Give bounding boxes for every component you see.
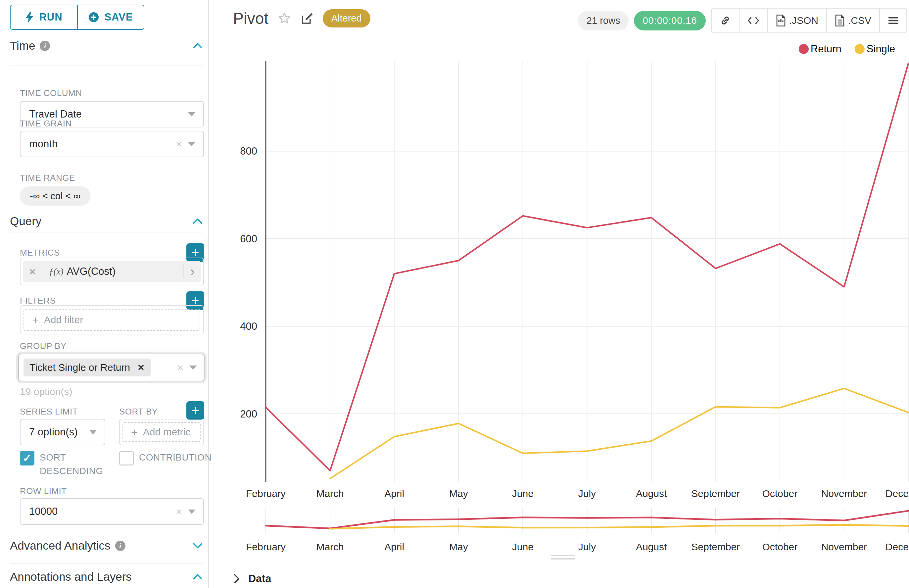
remove-tag-icon[interactable]: ✕ [137, 362, 145, 373]
csv-file-icon [835, 15, 845, 26]
series-limit-value: 7 option(s) [29, 426, 77, 438]
row-limit-select[interactable]: 10000 × [20, 498, 204, 525]
export-csv-button[interactable]: .CSV [826, 9, 879, 32]
group-by-tag[interactable]: Ticket Single or Return ✕ [24, 359, 151, 376]
advanced-analytics-title: Advanced Analytics [10, 539, 111, 552]
divider [10, 66, 203, 66]
function-icon: ƒ(x) [49, 267, 63, 277]
contribution-checkbox[interactable] [119, 451, 134, 465]
time-range-pill[interactable]: -∞ ≤ col < ∞ [20, 186, 90, 205]
run-button-label: RUN [39, 11, 62, 23]
caret-down-icon [89, 430, 97, 435]
chevron-right-icon [233, 574, 240, 584]
sort-descending-label: SORT DESCENDING [40, 451, 109, 478]
chart-menu-button[interactable] [879, 9, 906, 32]
plus-icon: + [32, 313, 39, 326]
row-limit-label: ROW LIMIT [20, 486, 67, 496]
chevron-up-icon[interactable] [192, 42, 203, 49]
add-sort-metric-button[interactable]: + [186, 401, 204, 420]
info-icon: i [40, 41, 50, 51]
row-limit-value: 10000 [29, 506, 58, 517]
sort-descending-checkbox[interactable]: ✓ [20, 451, 34, 465]
info-icon: i [115, 541, 126, 551]
annotations-header[interactable]: Annotations and Layers [10, 570, 203, 583]
svg-text:August: August [636, 541, 667, 552]
json-file-icon [776, 15, 786, 26]
svg-text:November: November [821, 541, 867, 552]
query-section-header[interactable]: Query [10, 215, 203, 228]
svg-text:800: 800 [240, 145, 257, 157]
code-icon [748, 16, 759, 26]
svg-text:200: 200 [240, 408, 257, 420]
clear-icon[interactable]: × [177, 362, 183, 374]
svg-text:April: April [384, 541, 404, 552]
svg-text:February: February [246, 488, 286, 499]
group-by-select[interactable]: Ticket Single or Return ✕ × [18, 354, 205, 381]
time-section-header[interactable]: Time i [10, 39, 203, 52]
remove-metric-icon[interactable]: × [23, 265, 42, 278]
svg-text:May: May [449, 488, 468, 499]
time-range-value: -∞ ≤ col < ∞ [30, 191, 81, 202]
chevron-right-icon[interactable]: › [183, 265, 200, 278]
add-filter-placeholder: Add filter [44, 314, 83, 325]
data-panel-toggle[interactable]: Data [233, 572, 271, 585]
sort-descending-control[interactable]: ✓ SORT DESCENDING [20, 451, 109, 478]
svg-text:March: March [316, 488, 344, 499]
add-sort-metric-dropzone[interactable]: + Add metric [123, 422, 200, 442]
group-by-hint: 19 option(s) [20, 386, 72, 397]
data-panel-label: Data [248, 572, 271, 585]
metric-name: AVG(Cost) [66, 265, 116, 278]
filters-label: FILTERS [20, 296, 56, 306]
altered-badge[interactable]: Altered [323, 9, 370, 27]
series-limit-select[interactable]: 7 option(s) [20, 419, 105, 445]
plus-icon: + [131, 426, 138, 439]
svg-text:July: July [578, 541, 596, 552]
svg-text:May: May [449, 541, 468, 552]
svg-text:November: November [821, 488, 867, 499]
time-range-label: TIME RANGE [20, 173, 75, 183]
divider [10, 563, 203, 564]
edit-icon[interactable] [300, 11, 314, 26]
advanced-analytics-header[interactable]: Advanced Analytics i [10, 539, 203, 552]
contribution-control[interactable]: CONTRIBUTION [119, 451, 212, 465]
metric-box: × ƒ(x) AVG(Cost) › [20, 258, 204, 285]
export-toolbar: .JSON .CSV [711, 8, 907, 33]
svg-text:December: December [885, 488, 909, 499]
sort-by-box: + Add metric [119, 419, 204, 445]
clear-icon[interactable]: × [176, 506, 182, 518]
caret-down-icon [188, 112, 195, 116]
metric-chip[interactable]: × ƒ(x) AVG(Cost) › [23, 261, 200, 282]
svg-text:600: 600 [240, 233, 257, 245]
row-count-badge: 21 rows [578, 11, 629, 31]
divider [10, 232, 203, 233]
export-json-label: .JSON [789, 15, 818, 26]
svg-text:August: August [636, 488, 667, 499]
series-limit-label: SERIES LIMIT [20, 407, 78, 417]
chevron-up-icon[interactable] [192, 218, 203, 225]
svg-text:February: February [246, 541, 286, 552]
annotations-title: Annotations and Layers [10, 570, 132, 583]
export-csv-label: .CSV [848, 15, 871, 26]
star-icon[interactable] [277, 11, 292, 26]
clear-icon[interactable]: × [176, 138, 182, 150]
control-panel: RUN SAVE Time i TIME COLUMN Travel Date … [0, 0, 209, 588]
svg-text:March: March [316, 541, 344, 552]
chevron-up-icon[interactable] [192, 573, 203, 580]
export-json-button[interactable]: .JSON [767, 9, 826, 32]
save-button[interactable]: SAVE [77, 5, 144, 29]
line-chart[interactable]: 200400600800FebruaryMarchAprilMayJuneJul… [210, 33, 909, 563]
sort-by-label: SORT BY [119, 407, 158, 417]
chevron-down-icon[interactable] [192, 542, 203, 549]
add-metric-placeholder: Add metric [143, 426, 191, 438]
share-link-button[interactable] [712, 9, 739, 32]
svg-text:June: June [512, 488, 534, 499]
group-by-label: GROUP BY [20, 341, 66, 351]
svg-text:October: October [762, 541, 798, 552]
svg-text:December: December [885, 541, 909, 552]
view-query-button[interactable] [739, 9, 767, 32]
run-button[interactable]: RUN [11, 5, 77, 29]
time-grain-select[interactable]: month × [20, 131, 204, 157]
resize-handle[interactable] [551, 555, 575, 562]
add-filter-dropzone[interactable]: + Add filter [24, 309, 200, 331]
plus-circle-icon [89, 12, 99, 23]
